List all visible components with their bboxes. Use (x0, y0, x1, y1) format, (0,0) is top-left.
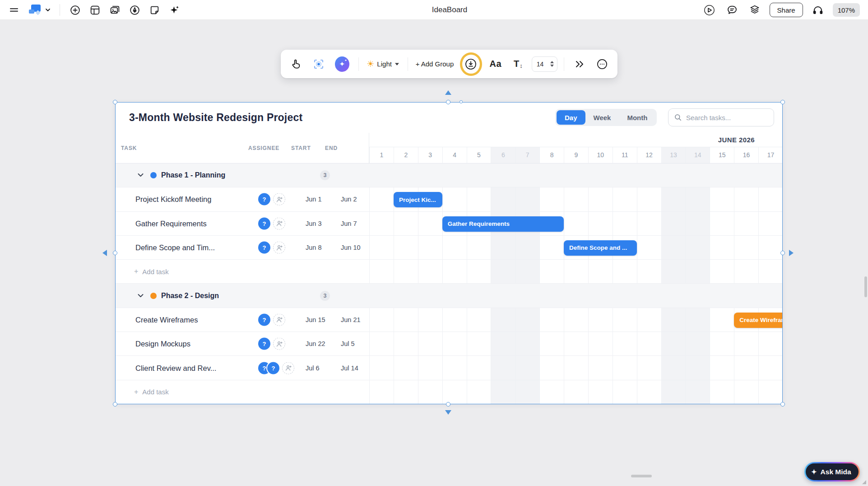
tab-day[interactable]: Day (557, 110, 585, 125)
task-search[interactable] (668, 108, 774, 126)
selection-handle-s[interactable] (446, 402, 450, 407)
add-task-row[interactable]: +Add task (115, 380, 783, 404)
stepper-up-icon[interactable] (550, 61, 554, 63)
present-button[interactable] (702, 2, 717, 18)
search-input[interactable] (686, 114, 776, 122)
selection-handle-sw[interactable] (113, 402, 117, 407)
gantt-bar[interactable]: Project Kic... (394, 192, 442, 207)
gantt-bar[interactable]: Gather Requirements (442, 216, 564, 232)
stepper-down-icon[interactable] (550, 65, 554, 67)
focus-frame-button[interactable] (310, 54, 328, 74)
comments-button[interactable] (724, 2, 740, 18)
assignee-avatar[interactable]: ? (258, 313, 270, 326)
task-end-date[interactable]: Jul 5 (341, 340, 355, 347)
selection-handle-e[interactable] (780, 251, 785, 255)
task-start-date[interactable]: Jun 15 (306, 316, 325, 323)
project-title[interactable]: 3-Month Website Redesign Project (129, 112, 302, 124)
horizontal-scrollbar[interactable] (631, 475, 652, 477)
font-style-button[interactable]: Aa (487, 54, 505, 74)
font-size-stepper[interactable]: 14 (532, 56, 557, 72)
sticky-note-button[interactable] (147, 2, 162, 18)
task-name[interactable]: Client Review and Rev... (135, 364, 216, 372)
media-button[interactable] (107, 2, 122, 18)
vertical-scrollbar[interactable] (864, 276, 867, 297)
pen-tool-button[interactable] (127, 2, 142, 18)
board-title[interactable]: IdeaBoard (432, 0, 467, 20)
expand-right-arrow[interactable] (789, 250, 794, 256)
group-row-1[interactable]: Phase 1 - Planning3 (115, 164, 783, 187)
selection-handle-se[interactable] (780, 402, 785, 407)
selection-handle-nw[interactable] (113, 100, 117, 104)
add-assignee-button[interactable] (273, 313, 285, 326)
tab-month[interactable]: Month (619, 110, 655, 125)
more-options-button[interactable] (593, 54, 611, 74)
assignee-avatar[interactable]: ? (267, 362, 279, 374)
collapse-chevron-icon[interactable] (138, 294, 144, 298)
board-logo-button[interactable] (26, 2, 52, 18)
add-group-button[interactable]: + Add Group (414, 54, 455, 74)
gantt-bar[interactable]: Define Scope and ... (564, 240, 637, 256)
add-assignee-button[interactable] (273, 193, 285, 206)
ai-tools-button[interactable] (167, 2, 182, 18)
text-size-button[interactable]: T↕ (509, 54, 527, 74)
add-task-button[interactable]: +Add task (115, 380, 783, 404)
select-tool-button[interactable] (287, 54, 305, 74)
ai-generate-button[interactable]: ✦✦ (332, 54, 352, 74)
main-menu-button[interactable] (6, 2, 22, 18)
task-name[interactable]: Define Scope and Tim... (135, 243, 215, 252)
task-row[interactable]: Gather Requirements?Jun 3Jun 7Gather Req… (115, 212, 783, 236)
template-button[interactable] (87, 2, 102, 18)
selection-handle-w[interactable] (113, 251, 117, 255)
assignee-avatar[interactable]: ? (258, 193, 270, 206)
selection-handle-n[interactable] (446, 100, 450, 104)
ask-mida-button[interactable]: ✦ Ask Mida (804, 462, 860, 481)
expand-down-arrow[interactable] (445, 410, 451, 415)
task-end-date[interactable]: Jun 21 (341, 316, 361, 323)
task-start-date[interactable]: Jul 6 (306, 364, 320, 372)
add-assignee-button[interactable] (273, 242, 285, 254)
resize-grip[interactable] (862, 480, 866, 484)
task-row[interactable]: Client Review and Rev...??Jul 6Jul 14 (115, 356, 783, 380)
expand-toolbar-button[interactable] (571, 54, 589, 74)
selection-handle-n2[interactable] (460, 100, 463, 103)
add-assignee-button[interactable] (273, 338, 285, 350)
task-end-date[interactable]: Jun 7 (341, 220, 357, 227)
share-button[interactable]: Share (770, 3, 803, 17)
task-row[interactable]: Design Mockups?Jun 22Jul 5Design Mockups (115, 332, 783, 356)
expand-up-arrow[interactable] (445, 90, 451, 95)
task-start-date[interactable]: Jun 1 (306, 196, 321, 203)
layers-button[interactable] (747, 2, 762, 18)
add-task-button[interactable]: +Add task (115, 260, 783, 283)
task-name[interactable]: Project Kickoff Meeting (135, 195, 211, 204)
selection-handle-ne[interactable] (780, 100, 785, 104)
collapse-chevron-icon[interactable] (138, 173, 144, 178)
task-row[interactable]: Define Scope and Tim...?Jun 8Jun 10Defin… (115, 236, 783, 260)
task-start-date[interactable]: Jun 22 (306, 340, 325, 347)
assignee-avatar[interactable]: ? (258, 242, 270, 254)
group-row-2[interactable]: Phase 2 - Design3 (115, 284, 783, 308)
theme-dropdown[interactable]: ☀ Light (365, 54, 401, 74)
gantt-widget[interactable]: 3-Month Website Redesign Project Day Wee… (115, 102, 783, 404)
task-end-date[interactable]: Jun 2 (341, 196, 357, 203)
audio-button[interactable] (810, 2, 826, 18)
assignee-avatar[interactable]: ? (258, 338, 270, 350)
task-end-date[interactable]: Jun 10 (341, 244, 361, 251)
task-start-date[interactable]: Jun 3 (306, 220, 321, 227)
task-name[interactable]: Gather Requirements (135, 219, 207, 228)
assignee-avatar[interactable]: ? (258, 217, 270, 229)
add-assignee-button[interactable] (273, 217, 285, 229)
add-element-button[interactable] (67, 2, 83, 18)
task-start-date[interactable]: Jun 8 (306, 244, 321, 251)
add-assignee-button[interactable] (282, 362, 294, 374)
export-button-highlighted[interactable] (460, 52, 482, 76)
task-name[interactable]: Design Mockups (135, 340, 190, 348)
gantt-bar[interactable]: Create Wireframes (734, 313, 783, 328)
add-task-row[interactable]: +Add task (115, 260, 783, 284)
zoom-level-badge[interactable]: 107% (833, 3, 860, 17)
task-row[interactable]: Project Kickoff Meeting?Jun 1Jun 2Projec… (115, 187, 783, 211)
expand-left-arrow[interactable] (102, 250, 107, 256)
tab-week[interactable]: Week (585, 110, 619, 125)
task-name[interactable]: Create Wireframes (135, 315, 198, 324)
task-row[interactable]: Create Wireframes?Jun 15Jun 21Create Wir… (115, 308, 783, 332)
task-end-date[interactable]: Jul 14 (341, 364, 358, 372)
